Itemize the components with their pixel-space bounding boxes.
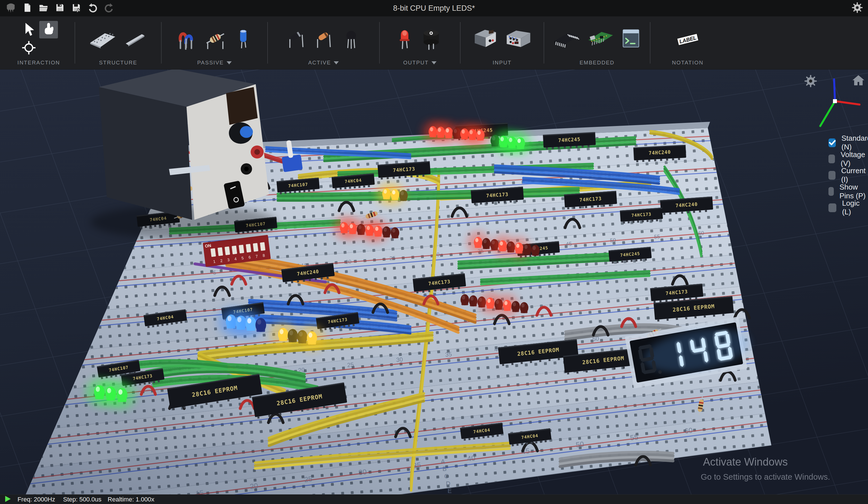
activate-windows-watermark-sub: Go to Settings to activate Windows.	[701, 472, 830, 482]
render-mode-standard[interactable]: Standard (N)	[828, 134, 868, 152]
red-led[interactable]	[523, 244, 531, 255]
3d-viewport[interactable]: 5101520253035404550556051015202530354045…	[0, 70, 868, 494]
app-logo-icon	[4, 2, 17, 14]
render-mode-show[interactable]: Show Pins (P)	[828, 183, 868, 200]
yellow-led[interactable]	[299, 325, 325, 351]
tool-power-supply[interactable]	[471, 25, 501, 53]
home-view-button[interactable]	[851, 73, 866, 88]
tool-label-sticker[interactable]: LABEL	[671, 26, 704, 52]
svg-text:20: 20	[345, 258, 352, 265]
label-sticker-icon: LABEL	[672, 27, 703, 51]
toolbar-section-structure: STRUCTURE	[76, 17, 161, 69]
red-led[interactable]	[461, 295, 469, 305]
toolbar-divider	[460, 22, 461, 64]
viewport-settings-button[interactable]	[804, 74, 817, 89]
tool-orbit[interactable]	[20, 40, 38, 57]
toolbar-divider	[650, 22, 650, 64]
svg-text:20: 20	[249, 481, 259, 491]
render-mode-current[interactable]: Current (I)	[828, 166, 868, 184]
diode-icon	[285, 26, 308, 52]
tool-bar[interactable]	[122, 27, 150, 51]
red-led[interactable]	[512, 301, 520, 312]
tool-transistor[interactable]	[339, 25, 363, 53]
svg-text:5: 5	[213, 269, 216, 276]
green-led[interactable]	[108, 381, 136, 409]
checkbox-checked[interactable]	[828, 138, 836, 147]
buzzer-icon	[418, 26, 444, 52]
svg-text:50: 50	[610, 237, 616, 243]
red-led[interactable]	[391, 227, 399, 238]
cursor-icon	[21, 21, 37, 38]
tool-wire[interactable]	[174, 25, 199, 53]
checkbox-unchecked[interactable]	[828, 203, 836, 212]
svg-text:30: 30	[358, 467, 367, 477]
settings-gear-button[interactable]	[851, 2, 864, 14]
redo-button[interactable]	[103, 2, 115, 14]
undo-button[interactable]	[86, 2, 99, 14]
breadboard-row-letter: D	[446, 480, 451, 487]
red-led[interactable]	[469, 296, 477, 307]
resistor-icon	[203, 26, 227, 52]
svg-text:35: 35	[445, 351, 452, 358]
tool-hand[interactable]	[39, 21, 58, 39]
render-mode-label: Show Pins (P)	[839, 183, 868, 200]
play-icon[interactable]	[4, 495, 11, 504]
open-file-button[interactable]	[37, 2, 50, 14]
tool-diode[interactable]	[284, 25, 309, 53]
toolbar-section-label[interactable]: PASSIVE	[197, 59, 232, 66]
tool-led[interactable]	[395, 25, 414, 53]
yellow-led[interactable]	[399, 190, 408, 201]
red-led[interactable]	[469, 124, 492, 146]
scene-canvas[interactable]: 5101520253035404550556051015202530354045…	[0, 70, 868, 494]
red-led[interactable]	[482, 238, 490, 249]
scene-root: 5101520253035404550556051015202530354045…	[0, 70, 868, 494]
render-mode-label: Logic (L)	[842, 199, 868, 216]
toolbar-section-label[interactable]: ACTIVE	[308, 59, 339, 66]
tool-arduino[interactable]	[585, 25, 616, 53]
red-led[interactable]	[531, 245, 540, 256]
yellow-led[interactable]	[288, 329, 298, 342]
red-led[interactable]	[520, 302, 528, 313]
toolbar-tools	[551, 19, 643, 59]
tool-buzzer[interactable]	[417, 25, 445, 53]
svg-text:25: 25	[304, 475, 313, 484]
toolbar-section-output: OUTPUT	[380, 17, 459, 69]
render-mode-logic[interactable]: Logic (L)	[828, 199, 868, 216]
toolbar-section-label[interactable]: OUTPUT	[403, 59, 436, 66]
tool-ic-chip[interactable]	[551, 25, 582, 53]
blue-led[interactable]	[256, 318, 266, 332]
toolbar-divider	[379, 22, 380, 64]
checkbox-unchecked[interactable]	[828, 171, 836, 180]
undo-icon	[87, 2, 98, 14]
save-as-button[interactable]	[70, 2, 83, 14]
tool-breadboard[interactable]	[86, 26, 119, 52]
new-file-button[interactable]	[21, 2, 33, 14]
toolbar-section-input: INPUT	[461, 17, 543, 69]
checkbox-unchecked[interactable]	[828, 187, 834, 196]
tool-terminal[interactable]	[619, 26, 643, 52]
red-led[interactable]	[382, 227, 391, 238]
svg-text:40: 40	[467, 454, 476, 463]
tool-signal-generator[interactable]	[504, 25, 534, 53]
save-button[interactable]	[54, 2, 66, 14]
toolbar-section-active: ACTIVE	[268, 17, 379, 69]
toolbar-divider	[161, 22, 162, 64]
tool-cursor[interactable]	[20, 21, 38, 39]
checkbox-unchecked[interactable]	[828, 155, 835, 163]
render-mode-voltage[interactable]: Voltage (V)	[828, 150, 868, 168]
tool-resistor[interactable]	[202, 25, 228, 53]
bar-icon	[122, 28, 149, 50]
toolbar-tools	[20, 19, 58, 59]
tool-capacitor[interactable]	[231, 25, 256, 53]
tool-zener-diode[interactable]	[312, 25, 337, 53]
svg-text:60: 60	[698, 230, 704, 236]
new-file-icon	[22, 2, 32, 14]
document-title: 8-bit CPU Empty LEDS*	[0, 4, 868, 13]
svg-text:50: 50	[575, 440, 584, 449]
title-bar: 8-bit CPU Empty LEDS*	[0, 0, 868, 17]
ic-label: 74HC245	[558, 136, 581, 143]
activate-windows-watermark: Activate Windows	[703, 456, 788, 468]
hand-icon	[41, 21, 56, 38]
titlebar-left-buttons	[4, 2, 115, 14]
green-led[interactable]	[509, 131, 532, 155]
